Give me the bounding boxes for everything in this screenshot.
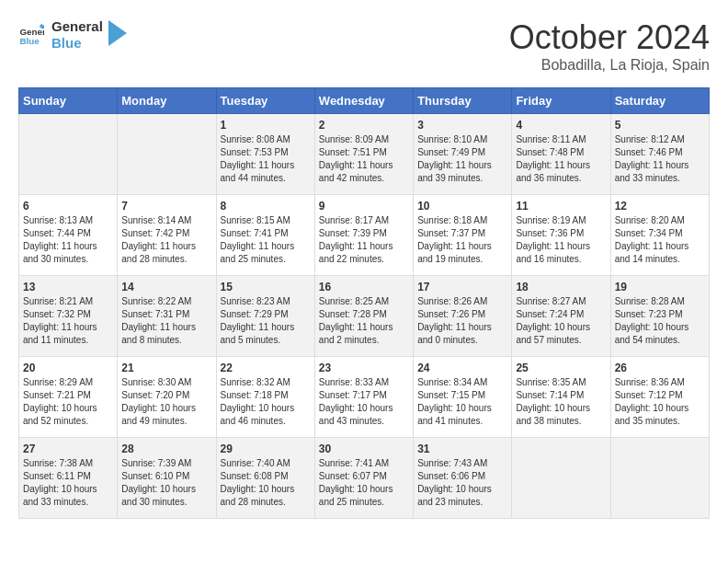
day-info: Sunrise: 8:33 AM Sunset: 7:17 PM Dayligh…	[319, 376, 409, 428]
day-number: 22	[221, 362, 311, 374]
day-number: 6	[23, 200, 113, 213]
day-info: Sunrise: 8:29 AM Sunset: 7:21 PM Dayligh…	[23, 376, 113, 428]
logo-text-blue: Blue	[51, 35, 103, 52]
day-number: 24	[417, 362, 507, 374]
day-info: Sunrise: 8:34 AM Sunset: 7:15 PM Dayligh…	[417, 376, 507, 428]
day-number: 14	[121, 281, 211, 293]
day-info: Sunrise: 8:30 AM Sunset: 7:20 PM Dayligh…	[121, 376, 211, 428]
day-info: Sunrise: 8:14 AM Sunset: 7:42 PM Dayligh…	[121, 214, 211, 266]
day-info: Sunrise: 7:40 AM Sunset: 6:08 PM Dayligh…	[221, 457, 311, 509]
day-number: 17	[417, 281, 507, 293]
calendar-cell: 31Sunrise: 7:43 AM Sunset: 6:06 PM Dayli…	[414, 438, 512, 519]
location-subtitle: Bobadilla, La Rioja, Spain	[509, 57, 710, 74]
day-number: 30	[319, 442, 409, 455]
calendar-cell: 17Sunrise: 8:26 AM Sunset: 7:26 PM Dayli…	[414, 276, 512, 357]
day-number: 13	[23, 281, 113, 293]
week-row-4: 20Sunrise: 8:29 AM Sunset: 7:21 PM Dayli…	[19, 357, 710, 438]
day-number: 3	[417, 119, 507, 132]
month-title: October 2024	[509, 18, 710, 57]
day-number: 19	[615, 281, 705, 293]
day-info: Sunrise: 8:08 AM Sunset: 7:53 PM Dayligh…	[221, 133, 311, 185]
day-info: Sunrise: 8:23 AM Sunset: 7:29 PM Dayligh…	[221, 295, 311, 347]
day-info: Sunrise: 8:20 AM Sunset: 7:34 PM Dayligh…	[615, 214, 705, 266]
day-info: Sunrise: 8:22 AM Sunset: 7:31 PM Dayligh…	[121, 295, 211, 347]
day-info: Sunrise: 8:18 AM Sunset: 7:37 PM Dayligh…	[417, 214, 507, 266]
day-info: Sunrise: 8:09 AM Sunset: 7:51 PM Dayligh…	[319, 133, 409, 185]
day-info: Sunrise: 8:15 AM Sunset: 7:41 PM Dayligh…	[221, 214, 311, 266]
calendar-cell: 15Sunrise: 8:23 AM Sunset: 7:29 PM Dayli…	[216, 276, 314, 357]
day-number: 2	[319, 119, 409, 132]
day-number: 4	[516, 119, 606, 132]
calendar-cell: 30Sunrise: 7:41 AM Sunset: 6:07 PM Dayli…	[314, 438, 413, 519]
svg-marker-4	[108, 20, 127, 46]
calendar-cell: 16Sunrise: 8:25 AM Sunset: 7:28 PM Dayli…	[314, 276, 413, 357]
day-info: Sunrise: 8:11 AM Sunset: 7:48 PM Dayligh…	[516, 133, 606, 185]
day-number: 29	[221, 442, 311, 455]
day-header-wednesday: Wednesday	[314, 88, 413, 114]
calendar-cell: 23Sunrise: 8:33 AM Sunset: 7:17 PM Dayli…	[314, 357, 413, 438]
day-number: 25	[516, 362, 606, 374]
calendar-cell: 12Sunrise: 8:20 AM Sunset: 7:34 PM Dayli…	[610, 195, 709, 276]
day-info: Sunrise: 8:21 AM Sunset: 7:32 PM Dayligh…	[23, 295, 113, 347]
calendar-cell: 28Sunrise: 7:39 AM Sunset: 6:10 PM Dayli…	[118, 438, 216, 519]
day-number: 9	[319, 200, 409, 213]
day-header-sunday: Sunday	[19, 88, 118, 114]
day-info: Sunrise: 8:36 AM Sunset: 7:12 PM Dayligh…	[615, 376, 705, 428]
day-info: Sunrise: 8:25 AM Sunset: 7:28 PM Dayligh…	[319, 295, 409, 347]
day-number: 5	[615, 119, 705, 132]
header-row: SundayMondayTuesdayWednesdayThursdayFrid…	[19, 88, 710, 114]
day-number: 21	[121, 362, 211, 374]
calendar-cell: 21Sunrise: 8:30 AM Sunset: 7:20 PM Dayli…	[118, 357, 216, 438]
calendar-cell: 1Sunrise: 8:08 AM Sunset: 7:53 PM Daylig…	[216, 114, 314, 195]
calendar-cell: 27Sunrise: 7:38 AM Sunset: 6:11 PM Dayli…	[19, 438, 118, 519]
calendar-cell: 8Sunrise: 8:15 AM Sunset: 7:41 PM Daylig…	[216, 195, 314, 276]
week-row-3: 13Sunrise: 8:21 AM Sunset: 7:32 PM Dayli…	[19, 276, 710, 357]
day-number: 28	[121, 442, 211, 455]
calendar-cell: 20Sunrise: 8:29 AM Sunset: 7:21 PM Dayli…	[19, 357, 118, 438]
day-number: 1	[221, 119, 311, 132]
calendar-cell: 24Sunrise: 8:34 AM Sunset: 7:15 PM Dayli…	[414, 357, 512, 438]
day-info: Sunrise: 8:17 AM Sunset: 7:39 PM Dayligh…	[319, 214, 409, 266]
calendar-cell: 3Sunrise: 8:10 AM Sunset: 7:49 PM Daylig…	[414, 114, 512, 195]
day-header-monday: Monday	[118, 88, 216, 114]
calendar-cell: 9Sunrise: 8:17 AM Sunset: 7:39 PM Daylig…	[314, 195, 413, 276]
day-header-tuesday: Tuesday	[216, 88, 314, 114]
calendar-cell: 29Sunrise: 7:40 AM Sunset: 6:08 PM Dayli…	[216, 438, 314, 519]
week-row-5: 27Sunrise: 7:38 AM Sunset: 6:11 PM Dayli…	[19, 438, 710, 519]
calendar-cell: 19Sunrise: 8:28 AM Sunset: 7:23 PM Dayli…	[610, 276, 709, 357]
day-info: Sunrise: 8:19 AM Sunset: 7:36 PM Dayligh…	[516, 214, 606, 266]
logo-text-general: General	[51, 18, 103, 35]
day-header-thursday: Thursday	[414, 88, 512, 114]
calendar-cell	[118, 114, 216, 195]
calendar-cell: 6Sunrise: 8:13 AM Sunset: 7:44 PM Daylig…	[19, 195, 118, 276]
calendar-cell: 10Sunrise: 8:18 AM Sunset: 7:37 PM Dayli…	[414, 195, 512, 276]
calendar-cell: 14Sunrise: 8:22 AM Sunset: 7:31 PM Dayli…	[118, 276, 216, 357]
calendar-cell: 26Sunrise: 8:36 AM Sunset: 7:12 PM Dayli…	[610, 357, 709, 438]
calendar-cell	[512, 438, 610, 519]
day-info: Sunrise: 8:12 AM Sunset: 7:46 PM Dayligh…	[615, 133, 705, 185]
day-number: 12	[615, 200, 705, 213]
calendar-cell: 22Sunrise: 8:32 AM Sunset: 7:18 PM Dayli…	[216, 357, 314, 438]
day-number: 18	[516, 281, 606, 293]
calendar-cell: 13Sunrise: 8:21 AM Sunset: 7:32 PM Dayli…	[19, 276, 118, 357]
logo-icon: General Blue	[18, 22, 44, 48]
day-info: Sunrise: 7:39 AM Sunset: 6:10 PM Dayligh…	[121, 457, 211, 509]
calendar-cell: 5Sunrise: 8:12 AM Sunset: 7:46 PM Daylig…	[610, 114, 709, 195]
logo-arrow-icon	[108, 20, 127, 46]
calendar-cell	[610, 438, 709, 519]
day-number: 16	[319, 281, 409, 293]
logo: General Blue General Blue	[18, 18, 127, 52]
day-number: 11	[516, 200, 606, 213]
day-number: 27	[23, 442, 113, 455]
day-number: 8	[221, 200, 311, 213]
day-info: Sunrise: 7:38 AM Sunset: 6:11 PM Dayligh…	[23, 457, 113, 509]
calendar-cell: 7Sunrise: 8:14 AM Sunset: 7:42 PM Daylig…	[118, 195, 216, 276]
day-number: 31	[417, 442, 507, 455]
calendar-cell: 11Sunrise: 8:19 AM Sunset: 7:36 PM Dayli…	[512, 195, 610, 276]
day-number: 23	[319, 362, 409, 374]
day-info: Sunrise: 8:35 AM Sunset: 7:14 PM Dayligh…	[516, 376, 606, 428]
calendar-cell	[19, 114, 118, 195]
day-number: 15	[221, 281, 311, 293]
day-header-saturday: Saturday	[610, 88, 709, 114]
svg-text:Blue: Blue	[19, 36, 40, 46]
